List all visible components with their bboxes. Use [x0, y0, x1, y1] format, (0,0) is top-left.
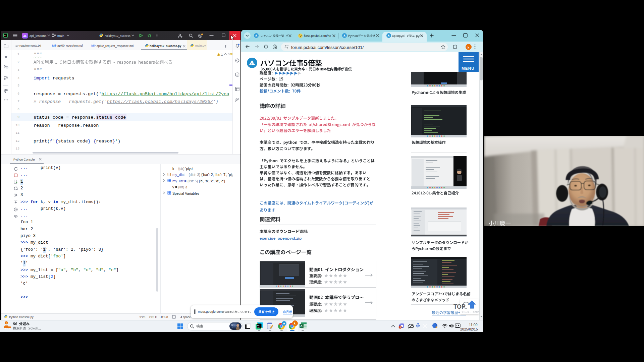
svg-text:M: M — [91, 44, 94, 47]
svg-text:!: ! — [218, 54, 219, 56]
svg-text:M: M — [52, 44, 55, 47]
svg-text:X: X — [301, 324, 303, 327]
svg-text:1: 1 — [399, 326, 401, 328]
svg-text:PC: PC — [257, 324, 260, 326]
svg-text:!: ! — [6, 321, 7, 324]
